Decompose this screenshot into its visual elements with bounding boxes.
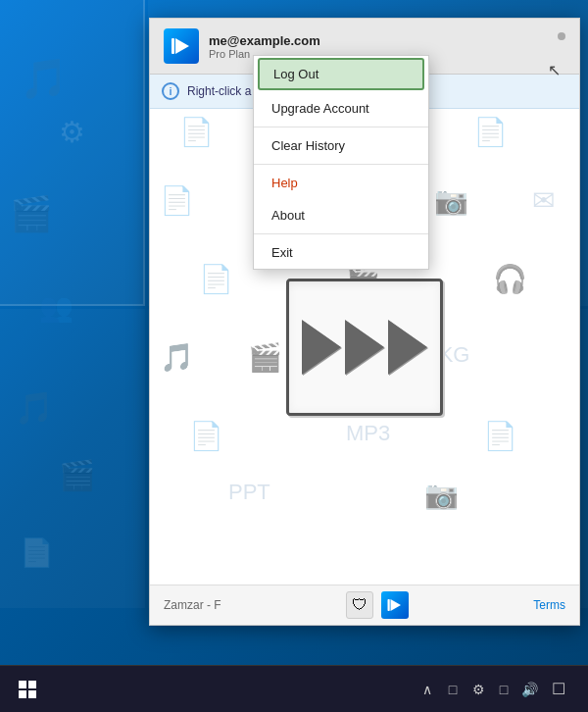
- menu-item-help[interactable]: Help: [254, 167, 428, 199]
- start-button[interactable]: [8, 670, 47, 709]
- sketch-triangle-1: [302, 320, 341, 375]
- info-icon: i: [162, 82, 179, 100]
- terms-link[interactable]: Terms: [533, 598, 565, 612]
- context-menu: Log Out Upgrade Account Clear History He…: [253, 55, 429, 270]
- menu-separator-1: [254, 127, 428, 127]
- taskbar: ∧ □ ⚙ □ 🔊 ☐: [0, 665, 588, 712]
- sketch-illustration: [286, 279, 443, 416]
- svg-marker-2: [391, 599, 402, 611]
- tray-network-icon[interactable]: □: [443, 680, 463, 699]
- win-quadrant-tl: [0, 0, 145, 306]
- app-logo: [164, 28, 199, 64]
- system-tray: ∧ □ ⚙ □ 🔊 ☐: [410, 676, 580, 703]
- svg-rect-3: [388, 599, 390, 611]
- shield-icon[interactable]: 🛡: [346, 591, 373, 619]
- app-header-dot: [558, 32, 565, 40]
- sketch-play: [302, 320, 427, 375]
- tray-chevron-icon[interactable]: ∧: [417, 680, 437, 699]
- tray-display-icon[interactable]: □: [494, 680, 514, 699]
- menu-item-about[interactable]: About: [254, 199, 428, 231]
- sketch-box: [286, 279, 443, 416]
- menu-item-upgrade[interactable]: Upgrade Account: [254, 92, 428, 125]
- sketch-triangle-2: [345, 320, 384, 375]
- app-footer-text: Zamzar - F: [164, 598, 221, 612]
- win-quadrant-bl: [0, 309, 145, 608]
- zamzar-tray-icon[interactable]: [381, 591, 409, 619]
- menu-item-clear-history[interactable]: Clear History: [254, 129, 428, 162]
- windows-logo-icon: [19, 681, 36, 698]
- footer-icons[interactable]: 🛡: [346, 591, 409, 619]
- menu-separator-2: [254, 164, 428, 165]
- menu-item-exit[interactable]: Exit: [254, 236, 428, 269]
- app-email: me@example.com: [209, 33, 548, 48]
- menu-item-logout[interactable]: Log Out: [258, 58, 424, 90]
- tray-system-icon[interactable]: ⚙: [468, 680, 488, 699]
- app-footer: Zamzar - F 🛡 Terms: [150, 585, 579, 625]
- sketch-triangle-3: [388, 320, 427, 375]
- tray-volume-icon[interactable]: 🔊: [519, 680, 539, 699]
- svg-rect-1: [172, 38, 174, 54]
- desktop: 🎵 ⚙ 🎬 👥 🎵 🎬 📄 me@example.com Pro Plan: [0, 0, 588, 712]
- menu-separator-3: [254, 233, 428, 234]
- svg-marker-0: [175, 38, 189, 54]
- notification-center-button[interactable]: ☐: [545, 676, 572, 703]
